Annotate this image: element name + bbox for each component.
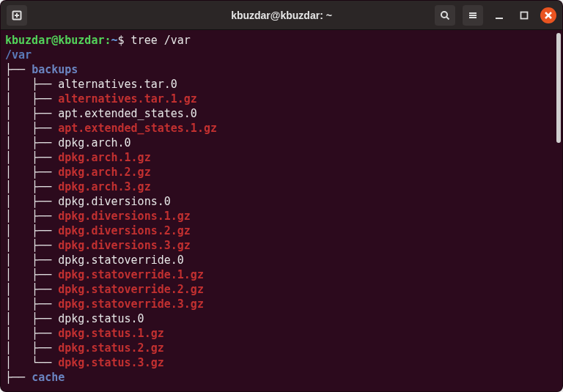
tree-prefix: │ ├──: [5, 283, 58, 296]
tree-prefix: │ ├──: [5, 107, 58, 120]
tree-prefix: │ ├──: [5, 180, 58, 193]
file-name: dpkg.status.3.gz: [58, 356, 164, 369]
close-button[interactable]: [540, 7, 556, 23]
tree-row: │ ├── dpkg.statoverride.0: [5, 253, 556, 267]
tree-row: │ ├── dpkg.statoverride.2.gz: [5, 282, 556, 297]
tree-row: │ ├── dpkg.diversions.0: [5, 194, 556, 209]
tree-prefix: │ ├──: [5, 268, 58, 281]
directory-name: backups: [32, 63, 78, 76]
menu-button[interactable]: [463, 5, 483, 26]
tree-row: │ ├── dpkg.arch.1.gz: [5, 150, 556, 165]
tree-row: │ └── dpkg.status.3.gz: [5, 355, 556, 370]
titlebar: kbuzdar@kbuzdar: ~: [1, 1, 562, 30]
tree-prefix: │ ├──: [5, 136, 58, 149]
new-tab-button[interactable]: [7, 5, 27, 26]
file-name: dpkg.arch.3.gz: [58, 180, 150, 193]
prompt-path: ~: [111, 34, 118, 47]
tree-prefix: │ ├──: [5, 92, 58, 106]
tree-row: │ ├── apt.extended_states.0: [5, 106, 556, 121]
file-name: dpkg.arch.2.gz: [58, 166, 150, 179]
tree-prefix: ├──: [5, 371, 32, 384]
tree-row: │ ├── dpkg.statoverride.1.gz: [5, 267, 556, 282]
command-text: tree /var: [131, 34, 191, 47]
tree-row: │ ├── dpkg.status.1.gz: [5, 326, 556, 341]
tree-row: │ ├── dpkg.status.2.gz: [5, 341, 556, 355]
tree-prefix: │ └──: [5, 356, 58, 369]
tree-row: │ ├── dpkg.statoverride.3.gz: [5, 297, 556, 311]
file-name: dpkg.diversions.1.gz: [58, 210, 191, 223]
file-name: dpkg.diversions.0: [58, 195, 171, 208]
tree-prefix: ├──: [5, 63, 32, 76]
tree-prefix: │ ├──: [5, 166, 58, 179]
tree-root: /var: [5, 48, 556, 62]
file-name: dpkg.arch.0: [58, 136, 130, 149]
file-name: apt.extended_states.0: [58, 107, 197, 120]
svg-line-4: [446, 17, 449, 20]
tree-prefix: │ ├──: [5, 224, 58, 237]
scrollbar-thumb[interactable]: [556, 33, 561, 143]
file-name: dpkg.statoverride.3.gz: [58, 297, 204, 311]
tree-prefix: │ ├──: [5, 210, 58, 223]
maximize-button[interactable]: [515, 7, 533, 24]
terminal-body[interactable]: kbuzdar@kbuzdar:~$ tree /var /var ├── ba…: [1, 30, 562, 391]
prompt-line: kbuzdar@kbuzdar:~$ tree /var: [5, 33, 556, 48]
tree-prefix: │ ├──: [5, 297, 58, 311]
tree-row: │ ├── dpkg.status.0: [5, 311, 556, 326]
tree-prefix: │ ├──: [5, 312, 58, 325]
file-name: dpkg.status.0: [58, 312, 144, 325]
file-name: dpkg.statoverride.1.gz: [58, 268, 204, 281]
file-name: apt.extended_states.1.gz: [58, 122, 217, 135]
file-name: dpkg.diversions.3.gz: [58, 239, 191, 252]
tree-prefix: │ ├──: [5, 151, 58, 164]
tree-prefix: │ ├──: [5, 239, 58, 252]
tree-prefix: │ ├──: [5, 327, 58, 340]
tree-row: │ ├── dpkg.diversions.2.gz: [5, 223, 556, 238]
tree-row: ├── cache: [5, 370, 556, 385]
prompt-user-host: kbuzdar@kbuzdar: [5, 34, 104, 47]
file-name: dpkg.arch.1.gz: [58, 151, 150, 164]
file-name: dpkg.statoverride.0: [58, 254, 184, 267]
tree-row: │ ├── apt.extended_states.1.gz: [5, 121, 556, 136]
tree-row: │ ├── dpkg.arch.0: [5, 136, 556, 150]
tree-row: ├── backups: [5, 62, 556, 77]
tree-row: │ ├── alternatives.tar.0: [5, 77, 556, 92]
tree-row: │ ├── alternatives.tar.1.gz: [5, 92, 556, 106]
tree-prefix: │ ├──: [5, 254, 58, 267]
svg-point-3: [441, 12, 447, 18]
tree-prefix: │ ├──: [5, 78, 58, 91]
file-name: alternatives.tar.0: [58, 78, 177, 91]
file-name: alternatives.tar.1.gz: [58, 92, 197, 106]
tree-row: │ ├── dpkg.arch.2.gz: [5, 165, 556, 180]
tree-prefix: │ ├──: [5, 122, 58, 135]
file-name: dpkg.status.1.gz: [58, 327, 164, 340]
tree-row: │ ├── dpkg.arch.3.gz: [5, 180, 556, 194]
file-name: dpkg.diversions.2.gz: [58, 224, 191, 237]
tree-row: │ ├── dpkg.diversions.3.gz: [5, 238, 556, 253]
minimize-button[interactable]: [490, 7, 508, 24]
tree-prefix: │ ├──: [5, 195, 58, 208]
tree-prefix: │ ├──: [5, 341, 58, 355]
search-button[interactable]: [435, 5, 455, 26]
directory-name: cache: [32, 371, 65, 384]
tree-row: │ ├── dpkg.diversions.1.gz: [5, 209, 556, 223]
terminal-window: kbuzdar@kbuzdar: ~: [0, 0, 563, 392]
file-name: dpkg.status.2.gz: [58, 341, 164, 355]
prompt-symbol: $: [118, 34, 125, 47]
file-name: dpkg.statoverride.2.gz: [58, 283, 204, 296]
svg-rect-9: [521, 12, 528, 18]
tree-output: ├── backups│ ├── alternatives.tar.0│ ├──…: [5, 62, 556, 385]
